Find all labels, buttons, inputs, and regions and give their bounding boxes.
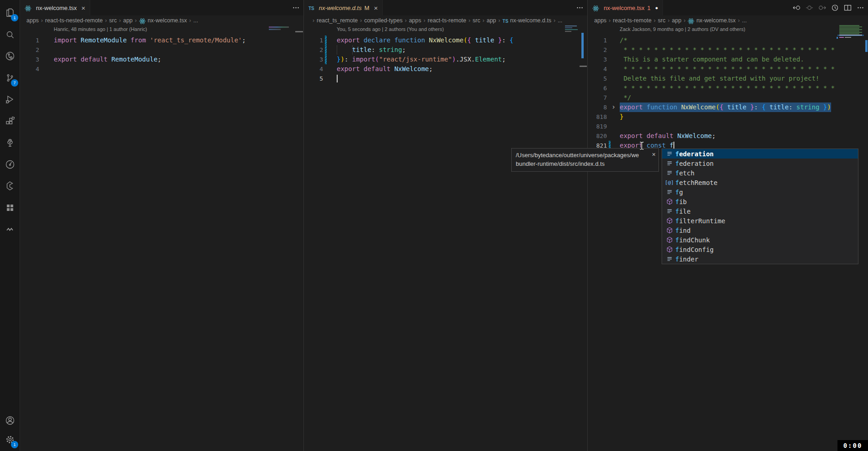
ribbon-c-icon[interactable] — [0, 175, 20, 196]
breadcrumb-item[interactable]: apps — [26, 17, 39, 24]
breadcrumb-item[interactable]: app — [672, 17, 682, 24]
breadcrumb-item[interactable]: ... — [193, 17, 198, 24]
code-line[interactable]: 819 — [588, 122, 868, 131]
breadcrumb-item[interactable]: ... — [558, 17, 562, 24]
breadcrumb-item[interactable]: src — [658, 17, 666, 24]
fold-chevron-icon[interactable]: › — [611, 102, 616, 112]
extensions-icon[interactable] — [0, 111, 20, 132]
pull-requests-icon[interactable] — [0, 154, 20, 175]
tab-bar: TSnx-welcome.d.tsM× — [304, 0, 587, 15]
editor-actions — [792, 0, 864, 15]
code-line[interactable]: 1export declare function NxWelcome({ tit… — [304, 36, 587, 45]
prev-change-icon[interactable] — [792, 4, 801, 12]
suggestion-item-file[interactable]: file — [662, 206, 858, 216]
code-line[interactable]: 2 — [20, 45, 303, 55]
account-icon[interactable] — [0, 410, 20, 431]
breadcrumb-item[interactable]: apps — [594, 17, 606, 24]
breadcrumb-separator: › — [468, 17, 470, 24]
tab-nx-welcome.tsx[interactable]: nx-welcome.tsx1● — [588, 0, 663, 15]
explorer-icon[interactable]: 1 — [0, 2, 20, 23]
suggestion-item-findChunk[interactable]: findChunk — [662, 235, 858, 245]
line-content: /* — [620, 36, 627, 45]
line-number: 8 — [589, 102, 607, 112]
suggestion-item-findConfig[interactable]: findConfig — [662, 245, 858, 254]
code-line[interactable]: 5 — [304, 74, 587, 83]
suggestion-item-find[interactable]: find — [662, 226, 858, 235]
breadcrumb-item[interactable]: src — [109, 17, 117, 24]
code-line[interactable]: 2 * * * * * * * * * * * * * * * * * * * … — [588, 45, 868, 55]
breadcrumb-item[interactable]: react-ts-nested-remote — [45, 17, 103, 24]
codelens-blame[interactable]: Hanric, 48 minutes ago | 1 author (Hanri… — [54, 26, 147, 35]
more-icon[interactable] — [292, 4, 300, 12]
codelens-blame[interactable]: You, 5 seconds ago | 2 authors (You and … — [337, 26, 444, 35]
suggestion-item-fib[interactable]: fib — [662, 197, 858, 206]
code-line[interactable]: 4 * * * * * * * * * * * * * * * * * * * … — [588, 64, 868, 74]
codelens-blame[interactable]: Zack Jackson, 9 months ago | 2 authors (… — [620, 26, 745, 35]
commit-graph-icon[interactable] — [0, 46, 20, 67]
breadcrumb-item[interactable]: nx-welcome.tsx — [148, 17, 187, 24]
line-content: export function NxWelcome({ title }: { t… — [620, 102, 831, 112]
search-icon[interactable] — [0, 24, 20, 45]
suggestion-item-fg[interactable]: fg — [662, 187, 858, 197]
breadcrumb-item[interactable]: ... — [742, 17, 747, 24]
run-debug-icon[interactable] — [0, 89, 20, 110]
line-number: 3 — [21, 55, 39, 64]
code-line[interactable]: 7 */ — [588, 93, 868, 102]
breadcrumb-item[interactable]: react-ts-remote — [428, 17, 467, 24]
breadcrumb-item[interactable]: apps — [409, 17, 421, 24]
code-line[interactable]: 3 This is a starter component and can be… — [588, 55, 868, 64]
explorer-badge: 1 — [11, 14, 18, 21]
breadcrumb-item[interactable]: app — [123, 17, 133, 24]
next-change-icon[interactable] — [818, 4, 826, 12]
suggestion-label: filterRuntime — [675, 217, 725, 225]
code-editor[interactable]: You, 5 seconds ago | 2 authors (You and … — [304, 26, 587, 451]
code-line[interactable]: 820export default NxWelcome; — [588, 131, 868, 141]
changes-icon[interactable] — [805, 4, 813, 12]
value-suggestion-icon: [@] — [665, 179, 674, 185]
testing-icon[interactable] — [0, 132, 20, 153]
history-icon[interactable] — [831, 4, 839, 12]
suggestion-item-fetch[interactable]: fetch — [662, 168, 858, 178]
code-line[interactable]: 8›export function NxWelcome({ title }: {… — [588, 102, 868, 112]
squiggle-icon[interactable] — [0, 219, 20, 240]
suggestion-item-finder[interactable]: finder — [662, 254, 858, 264]
blocks-icon[interactable] — [0, 197, 20, 218]
breadcrumb-item[interactable]: src — [473, 17, 480, 24]
settings-gear-icon[interactable]: 1 — [0, 429, 20, 450]
more-icon[interactable] — [856, 4, 864, 12]
tab-close-icon[interactable]: × — [82, 4, 86, 12]
code-line[interactable]: 5 Delete this file and get started with … — [588, 74, 868, 83]
breadcrumb-item[interactable]: compiled-types — [364, 17, 402, 24]
tab-nx-welcome.tsx[interactable]: nx-welcome.tsx× — [20, 0, 90, 15]
code-line[interactable]: 3export default RemoteModule; — [20, 55, 303, 64]
tab-nx-welcome.d.ts[interactable]: TSnx-welcome.d.tsM× — [304, 0, 383, 15]
code-editor[interactable]: Hanric, 48 minutes ago | 1 author (Hanri… — [20, 26, 303, 451]
breadcrumb-item[interactable]: react-ts-remote — [613, 17, 652, 24]
code-line[interactable]: 818} — [588, 112, 868, 122]
breadcrumb-item[interactable]: nx-welcome.tsx — [696, 17, 735, 24]
suggestion-item-filterRuntime[interactable]: filterRuntime — [662, 216, 858, 226]
suggestion-item-federation[interactable]: federation — [662, 149, 858, 159]
code-line[interactable]: 2 title: string; — [304, 45, 587, 55]
code-line[interactable]: 1import RemoteModule from 'react_ts_remo… — [20, 36, 303, 45]
code-line[interactable]: 4 — [20, 64, 303, 74]
breadcrumb-separator: › — [668, 17, 670, 24]
suggestion-label: find — [675, 227, 691, 234]
more-icon[interactable] — [575, 4, 584, 12]
source-control-icon[interactable]: 7 — [0, 67, 20, 88]
line-number: 4 — [589, 64, 607, 74]
tab-close-icon[interactable]: × — [374, 4, 378, 12]
split-editor-icon[interactable] — [843, 4, 852, 12]
code-line[interactable]: 4export default NxWelcome; — [304, 64, 587, 74]
settings-gear-badge: 1 — [11, 441, 18, 448]
breadcrumb-item[interactable]: react_ts_remote — [317, 17, 358, 24]
breadcrumb-item[interactable]: nx-welcome.d.ts — [510, 17, 551, 24]
code-line[interactable]: 1/* — [588, 36, 868, 45]
suggestion-item-federation[interactable]: federation — [662, 159, 858, 168]
code-line[interactable]: 6 * * * * * * * * * * * * * * * * * * * … — [588, 83, 868, 93]
breadcrumb-item[interactable]: app — [487, 17, 496, 24]
tooltip-close-icon[interactable]: × — [652, 150, 656, 159]
code-line[interactable]: 3}): import("react/jsx-runtime").JSX.Ele… — [304, 55, 587, 64]
suggestion-item-fetchRemote[interactable]: [@]fetchRemote — [662, 178, 858, 187]
dirty-dot-icon[interactable]: ● — [655, 5, 658, 10]
